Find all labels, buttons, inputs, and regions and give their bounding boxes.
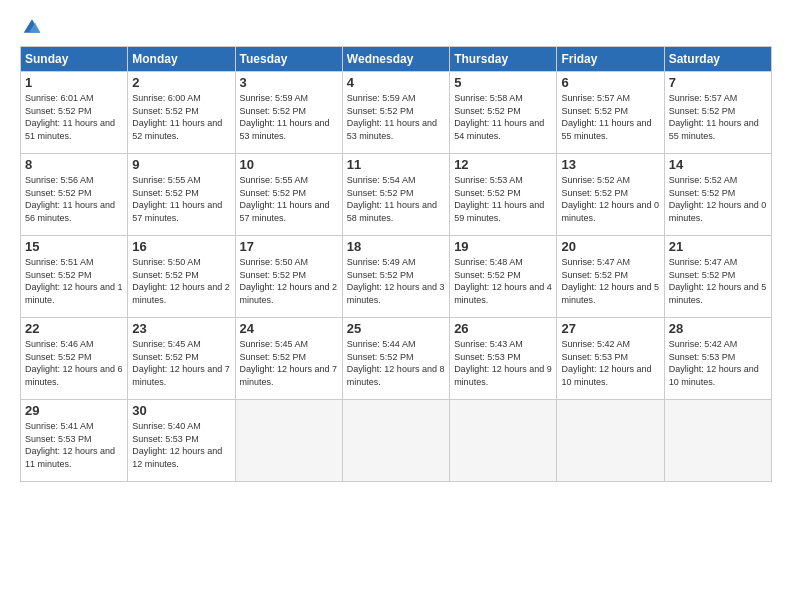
day-cell: 21 Sunrise: 5:47 AMSunset: 5:52 PMDaylig… <box>664 236 771 318</box>
week-row-4: 22 Sunrise: 5:46 AMSunset: 5:52 PMDaylig… <box>21 318 772 400</box>
day-header-wednesday: Wednesday <box>342 47 449 72</box>
day-info: Sunrise: 5:42 AMSunset: 5:53 PMDaylight:… <box>669 338 767 388</box>
day-number: 8 <box>25 157 123 172</box>
day-info: Sunrise: 5:57 AMSunset: 5:52 PMDaylight:… <box>669 92 767 142</box>
calendar-header-row: SundayMondayTuesdayWednesdayThursdayFrid… <box>21 47 772 72</box>
day-number: 4 <box>347 75 445 90</box>
day-header-tuesday: Tuesday <box>235 47 342 72</box>
day-info: Sunrise: 5:40 AMSunset: 5:53 PMDaylight:… <box>132 420 230 470</box>
day-info: Sunrise: 5:50 AMSunset: 5:52 PMDaylight:… <box>240 256 338 306</box>
day-info: Sunrise: 5:50 AMSunset: 5:52 PMDaylight:… <box>132 256 230 306</box>
day-info: Sunrise: 5:47 AMSunset: 5:52 PMDaylight:… <box>669 256 767 306</box>
day-info: Sunrise: 5:57 AMSunset: 5:52 PMDaylight:… <box>561 92 659 142</box>
day-info: Sunrise: 5:55 AMSunset: 5:52 PMDaylight:… <box>240 174 338 224</box>
day-number: 27 <box>561 321 659 336</box>
day-cell: 7 Sunrise: 5:57 AMSunset: 5:52 PMDayligh… <box>664 72 771 154</box>
day-number: 26 <box>454 321 552 336</box>
day-number: 18 <box>347 239 445 254</box>
day-cell: 8 Sunrise: 5:56 AMSunset: 5:52 PMDayligh… <box>21 154 128 236</box>
day-cell: 14 Sunrise: 5:52 AMSunset: 5:52 PMDaylig… <box>664 154 771 236</box>
day-info: Sunrise: 5:53 AMSunset: 5:52 PMDaylight:… <box>454 174 552 224</box>
day-number: 1 <box>25 75 123 90</box>
day-number: 9 <box>132 157 230 172</box>
calendar-table: SundayMondayTuesdayWednesdayThursdayFrid… <box>20 46 772 482</box>
logo <box>20 16 42 36</box>
day-number: 20 <box>561 239 659 254</box>
day-cell: 27 Sunrise: 5:42 AMSunset: 5:53 PMDaylig… <box>557 318 664 400</box>
week-row-1: 1 Sunrise: 6:01 AMSunset: 5:52 PMDayligh… <box>21 72 772 154</box>
day-info: Sunrise: 5:42 AMSunset: 5:53 PMDaylight:… <box>561 338 659 388</box>
day-info: Sunrise: 5:44 AMSunset: 5:52 PMDaylight:… <box>347 338 445 388</box>
day-info: Sunrise: 6:01 AMSunset: 5:52 PMDaylight:… <box>25 92 123 142</box>
day-cell: 9 Sunrise: 5:55 AMSunset: 5:52 PMDayligh… <box>128 154 235 236</box>
day-number: 23 <box>132 321 230 336</box>
day-header-monday: Monday <box>128 47 235 72</box>
day-cell: 12 Sunrise: 5:53 AMSunset: 5:52 PMDaylig… <box>450 154 557 236</box>
day-cell: 13 Sunrise: 5:52 AMSunset: 5:52 PMDaylig… <box>557 154 664 236</box>
day-info: Sunrise: 5:54 AMSunset: 5:52 PMDaylight:… <box>347 174 445 224</box>
day-cell: 15 Sunrise: 5:51 AMSunset: 5:52 PMDaylig… <box>21 236 128 318</box>
day-cell: 4 Sunrise: 5:59 AMSunset: 5:52 PMDayligh… <box>342 72 449 154</box>
day-cell: 26 Sunrise: 5:43 AMSunset: 5:53 PMDaylig… <box>450 318 557 400</box>
day-cell: 19 Sunrise: 5:48 AMSunset: 5:52 PMDaylig… <box>450 236 557 318</box>
day-info: Sunrise: 5:58 AMSunset: 5:52 PMDaylight:… <box>454 92 552 142</box>
day-cell: 20 Sunrise: 5:47 AMSunset: 5:52 PMDaylig… <box>557 236 664 318</box>
day-header-thursday: Thursday <box>450 47 557 72</box>
day-header-saturday: Saturday <box>664 47 771 72</box>
day-info: Sunrise: 5:49 AMSunset: 5:52 PMDaylight:… <box>347 256 445 306</box>
day-header-friday: Friday <box>557 47 664 72</box>
week-row-2: 8 Sunrise: 5:56 AMSunset: 5:52 PMDayligh… <box>21 154 772 236</box>
day-cell: 28 Sunrise: 5:42 AMSunset: 5:53 PMDaylig… <box>664 318 771 400</box>
day-number: 5 <box>454 75 552 90</box>
day-info: Sunrise: 5:41 AMSunset: 5:53 PMDaylight:… <box>25 420 123 470</box>
day-cell: 16 Sunrise: 5:50 AMSunset: 5:52 PMDaylig… <box>128 236 235 318</box>
day-number: 19 <box>454 239 552 254</box>
day-info: Sunrise: 5:45 AMSunset: 5:52 PMDaylight:… <box>240 338 338 388</box>
day-cell: 23 Sunrise: 5:45 AMSunset: 5:52 PMDaylig… <box>128 318 235 400</box>
day-info: Sunrise: 5:59 AMSunset: 5:52 PMDaylight:… <box>240 92 338 142</box>
day-cell: 5 Sunrise: 5:58 AMSunset: 5:52 PMDayligh… <box>450 72 557 154</box>
day-number: 30 <box>132 403 230 418</box>
day-number: 17 <box>240 239 338 254</box>
day-number: 2 <box>132 75 230 90</box>
day-info: Sunrise: 5:52 AMSunset: 5:52 PMDaylight:… <box>561 174 659 224</box>
day-info: Sunrise: 5:56 AMSunset: 5:52 PMDaylight:… <box>25 174 123 224</box>
day-cell: 25 Sunrise: 5:44 AMSunset: 5:52 PMDaylig… <box>342 318 449 400</box>
day-number: 24 <box>240 321 338 336</box>
day-cell <box>342 400 449 482</box>
day-number: 14 <box>669 157 767 172</box>
header <box>20 16 772 36</box>
day-info: Sunrise: 5:45 AMSunset: 5:52 PMDaylight:… <box>132 338 230 388</box>
day-number: 6 <box>561 75 659 90</box>
day-cell: 24 Sunrise: 5:45 AMSunset: 5:52 PMDaylig… <box>235 318 342 400</box>
week-row-5: 29 Sunrise: 5:41 AMSunset: 5:53 PMDaylig… <box>21 400 772 482</box>
day-info: Sunrise: 5:46 AMSunset: 5:52 PMDaylight:… <box>25 338 123 388</box>
day-info: Sunrise: 5:43 AMSunset: 5:53 PMDaylight:… <box>454 338 552 388</box>
day-number: 11 <box>347 157 445 172</box>
day-cell <box>557 400 664 482</box>
day-number: 16 <box>132 239 230 254</box>
logo-icon <box>22 16 42 36</box>
day-info: Sunrise: 5:51 AMSunset: 5:52 PMDaylight:… <box>25 256 123 306</box>
day-cell: 1 Sunrise: 6:01 AMSunset: 5:52 PMDayligh… <box>21 72 128 154</box>
page: SundayMondayTuesdayWednesdayThursdayFrid… <box>0 0 792 612</box>
day-cell: 3 Sunrise: 5:59 AMSunset: 5:52 PMDayligh… <box>235 72 342 154</box>
calendar-body: 1 Sunrise: 6:01 AMSunset: 5:52 PMDayligh… <box>21 72 772 482</box>
day-info: Sunrise: 5:48 AMSunset: 5:52 PMDaylight:… <box>454 256 552 306</box>
day-header-sunday: Sunday <box>21 47 128 72</box>
day-number: 13 <box>561 157 659 172</box>
day-number: 15 <box>25 239 123 254</box>
day-number: 7 <box>669 75 767 90</box>
day-number: 29 <box>25 403 123 418</box>
day-cell: 18 Sunrise: 5:49 AMSunset: 5:52 PMDaylig… <box>342 236 449 318</box>
week-row-3: 15 Sunrise: 5:51 AMSunset: 5:52 PMDaylig… <box>21 236 772 318</box>
day-cell: 2 Sunrise: 6:00 AMSunset: 5:52 PMDayligh… <box>128 72 235 154</box>
day-number: 10 <box>240 157 338 172</box>
day-number: 25 <box>347 321 445 336</box>
day-cell: 10 Sunrise: 5:55 AMSunset: 5:52 PMDaylig… <box>235 154 342 236</box>
day-cell <box>664 400 771 482</box>
day-cell: 6 Sunrise: 5:57 AMSunset: 5:52 PMDayligh… <box>557 72 664 154</box>
day-cell: 30 Sunrise: 5:40 AMSunset: 5:53 PMDaylig… <box>128 400 235 482</box>
day-number: 3 <box>240 75 338 90</box>
day-number: 22 <box>25 321 123 336</box>
